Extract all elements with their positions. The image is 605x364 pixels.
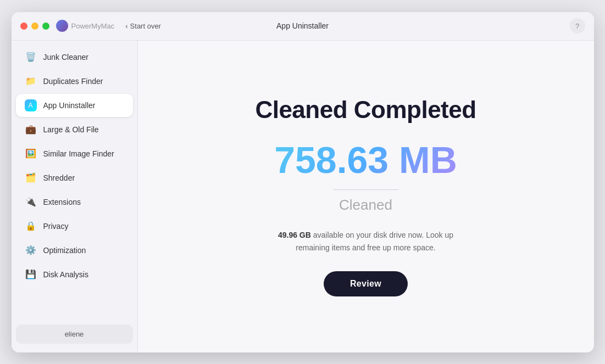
maximize-button[interactable] [42, 23, 49, 30]
cleaned-amount: 758.63 MB [274, 141, 457, 178]
sidebar-item-similar-image-finder[interactable]: 🖼️ Similar Image Finder [16, 142, 133, 165]
minimize-button[interactable] [31, 23, 38, 30]
chevron-left-icon: ‹ [125, 22, 127, 30]
app-uninstaller-icon: A [25, 99, 37, 111]
optimization-icon: ⚙️ [25, 244, 37, 256]
help-button[interactable]: ? [570, 18, 585, 33]
cleaned-label: Cleaned [339, 197, 392, 214]
sidebar-label-extensions: Extensions [43, 198, 81, 206]
sidebar-item-large-old-file[interactable]: 💼 Large & Old File [16, 118, 133, 141]
sidebar-item-duplicates-finder[interactable]: 📁 Duplicates Finder [16, 70, 133, 93]
sidebar-label-shredder: Shredder [43, 173, 75, 182]
disk-analysis-icon: 💾 [25, 268, 37, 281]
main-content: Cleaned Completed 758.63 MB Cleaned 49.9… [138, 41, 594, 352]
logo-icon [56, 20, 68, 32]
divider [333, 189, 399, 190]
sidebar-item-junk-cleaner[interactable]: 🗑️ Junk Cleaner [16, 46, 133, 69]
app-body: 🗑️ Junk Cleaner 📁 Duplicates Finder A Ap… [12, 41, 594, 352]
app-window: PowerMyMac ‹ Start over App Uninstaller … [12, 12, 594, 352]
sidebar-spacer [12, 287, 137, 320]
large-old-file-icon: 💼 [25, 124, 37, 136]
sidebar-item-disk-analysis[interactable]: 💾 Disk Analysis [16, 263, 133, 286]
user-name: eliene [65, 330, 84, 338]
junk-cleaner-icon: 🗑️ [25, 51, 37, 63]
app-logo: PowerMyMac [56, 20, 115, 32]
review-button[interactable]: Review [324, 271, 408, 296]
disk-available: 49.96 GB [278, 231, 311, 239]
duplicates-finder-icon: 📁 [25, 75, 37, 87]
help-label: ? [575, 22, 579, 30]
sidebar-item-extensions[interactable]: 🔌 Extensions [16, 191, 133, 214]
page-title: App Uninstaller [276, 21, 329, 30]
sidebar: 🗑️ Junk Cleaner 📁 Duplicates Finder A Ap… [12, 41, 138, 352]
app-name-label: PowerMyMac [71, 22, 115, 30]
sidebar-label-duplicates-finder: Duplicates Finder [43, 77, 103, 86]
sidebar-item-privacy[interactable]: 🔒 Privacy [16, 215, 133, 238]
sidebar-label-junk-cleaner: Junk Cleaner [43, 53, 89, 61]
start-over-label: Start over [130, 22, 161, 30]
sidebar-label-app-uninstaller: App Uninstaller [43, 101, 96, 110]
sidebar-label-large-old-file: Large & Old File [43, 125, 99, 134]
sidebar-item-optimization[interactable]: ⚙️ Optimization [16, 239, 133, 262]
cleaned-completed-title: Cleaned Completed [255, 96, 476, 124]
title-bar: PowerMyMac ‹ Start over App Uninstaller … [12, 12, 594, 41]
similar-image-finder-icon: 🖼️ [25, 148, 37, 160]
extensions-icon: 🔌 [25, 196, 37, 208]
close-button[interactable] [20, 23, 27, 30]
shredder-icon: 🗂️ [25, 172, 37, 184]
sidebar-label-similar-image-finder: Similar Image Finder [43, 149, 114, 158]
start-over-button[interactable]: ‹ Start over [125, 22, 161, 30]
traffic-lights [20, 23, 49, 30]
sidebar-label-disk-analysis: Disk Analysis [43, 270, 88, 279]
sidebar-item-shredder[interactable]: 🗂️ Shredder [16, 166, 133, 189]
sidebar-label-privacy: Privacy [43, 222, 69, 231]
disk-message: available on your disk drive now. Look u… [296, 231, 453, 251]
disk-info: 49.96 GB available on your disk drive no… [278, 229, 454, 254]
sidebar-label-optimization: Optimization [43, 246, 86, 255]
user-profile[interactable]: eliene [16, 324, 133, 344]
privacy-icon: 🔒 [25, 220, 37, 232]
sidebar-item-app-uninstaller[interactable]: A App Uninstaller [16, 94, 133, 117]
